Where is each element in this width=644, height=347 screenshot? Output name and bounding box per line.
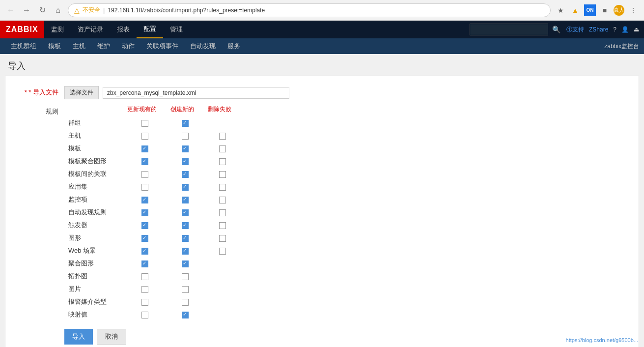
subnav-hosts[interactable]: 主机 [67, 38, 91, 54]
update-checkbox-11[interactable] [141, 260, 148, 267]
delete-cell-13 [204, 283, 241, 295]
user-icon[interactable]: 👤 [621, 26, 629, 33]
create-checkbox-15[interactable] [182, 312, 189, 318]
help-icon[interactable]: ? [613, 26, 616, 33]
col-header-update: 更新现有的 [123, 104, 167, 116]
update-checkbox-4[interactable] [141, 171, 148, 178]
create-checkbox-8[interactable] [182, 222, 189, 229]
update-checkbox-9[interactable] [141, 235, 148, 242]
create-checkbox-0[interactable] [182, 120, 189, 127]
menu-button[interactable]: ⋮ [627, 4, 639, 16]
col-header-create: 创建新的 [167, 104, 204, 116]
bookmark-button[interactable]: ★ [555, 4, 566, 16]
address-bar[interactable]: △ 不安全 | 192.168.1.10/zabbix/conf.import.… [68, 3, 551, 17]
update-checkbox-8[interactable] [141, 222, 148, 229]
support-link[interactable]: ①支持 [566, 26, 584, 34]
create-checkbox-9[interactable] [182, 235, 189, 242]
create-checkbox-5[interactable] [182, 184, 189, 191]
cancel-button[interactable]: 取消 [97, 329, 126, 345]
create-checkbox-10[interactable] [182, 248, 189, 255]
subnav-correvents[interactable]: 关联项事件 [140, 38, 184, 54]
table-row: 监控项 [64, 193, 241, 206]
create-checkbox-12[interactable] [182, 273, 189, 280]
forward-button[interactable]: → [21, 4, 32, 16]
import-button[interactable]: 导入 [64, 329, 93, 345]
row-label-9: 图形 [64, 231, 123, 244]
create-checkbox-4[interactable] [182, 171, 189, 178]
create-checkbox-3[interactable] [182, 158, 189, 165]
extension-icon-2[interactable]: ON [584, 4, 596, 16]
delete-checkbox-2[interactable] [219, 145, 226, 152]
update-checkbox-13[interactable] [141, 286, 148, 293]
profile-button[interactable]: 真人 [614, 5, 624, 16]
extension-icon-1[interactable]: ▲ [569, 4, 581, 16]
delete-checkbox-7[interactable] [219, 209, 226, 216]
create-checkbox-11[interactable] [182, 260, 189, 267]
update-checkbox-2[interactable] [141, 145, 148, 152]
subnav-maintenance[interactable]: 维护 [91, 38, 116, 54]
import-file-value: 选择文件 zbx_percona_mysql_template.xml [64, 86, 629, 99]
row-label-7: 自动发现规则 [64, 206, 123, 219]
nav-item-reports[interactable]: 报表 [110, 21, 137, 38]
subnav-discovery[interactable]: 自动发现 [184, 38, 222, 54]
subnav-services[interactable]: 服务 [222, 38, 246, 54]
footer-note: https://blog.csdn.net/g9500b... [566, 337, 638, 343]
nav-item-assets[interactable]: 资产记录 [71, 21, 110, 38]
create-checkbox-6[interactable] [182, 197, 189, 203]
update-cell-0 [123, 116, 167, 129]
delete-cell-11 [204, 257, 241, 270]
update-cell-15 [123, 308, 167, 321]
update-cell-12 [123, 270, 167, 283]
update-checkbox-5[interactable] [141, 184, 148, 191]
delete-checkbox-5[interactable] [219, 184, 226, 191]
power-icon[interactable]: ⏏ [634, 26, 639, 33]
subnav-templates[interactable]: 模板 [42, 38, 67, 54]
create-checkbox-1[interactable] [182, 133, 189, 140]
extensions-button[interactable]: ■ [599, 4, 611, 16]
update-checkbox-0[interactable] [141, 120, 148, 127]
create-checkbox-14[interactable] [182, 299, 189, 306]
subnav: 主机群组 模板 主机 维护 动作 关联项事件 自动发现 服务 zabbix监控台 [0, 38, 644, 54]
share-link[interactable]: ZShare [589, 26, 608, 33]
nav-item-admin[interactable]: 管理 [163, 21, 190, 38]
delete-checkbox-6[interactable] [219, 197, 226, 203]
update-checkbox-10[interactable] [141, 248, 148, 255]
file-input-group: 选择文件 zbx_percona_mysql_template.xml [64, 86, 629, 99]
browser-actions: ★ ▲ ON ■ 真人 ⋮ [555, 4, 639, 16]
delete-checkbox-8[interactable] [219, 222, 226, 229]
search-input[interactable] [470, 24, 548, 35]
create-checkbox-13[interactable] [182, 286, 189, 293]
update-cell-5 [123, 180, 167, 193]
search-icon[interactable]: 🔍 [552, 26, 560, 33]
update-checkbox-15[interactable] [141, 312, 148, 318]
update-checkbox-1[interactable] [141, 133, 148, 140]
update-checkbox-6[interactable] [141, 197, 148, 203]
reload-button[interactable]: ↻ [36, 4, 48, 16]
update-checkbox-3[interactable] [141, 158, 148, 165]
delete-checkbox-4[interactable] [219, 171, 226, 178]
zabbix-logo: ZABBIX [0, 21, 44, 38]
nav-item-config[interactable]: 配置 [137, 21, 163, 38]
create-cell-9 [167, 231, 204, 244]
delete-checkbox-1[interactable] [219, 133, 226, 140]
row-label-12: 拓扑图 [64, 270, 123, 283]
create-cell-8 [167, 219, 204, 231]
create-checkbox-7[interactable] [182, 209, 189, 216]
delete-cell-10 [204, 244, 241, 257]
subnav-actions[interactable]: 动作 [116, 38, 140, 54]
update-checkbox-14[interactable] [141, 299, 148, 306]
delete-checkbox-10[interactable] [219, 248, 226, 255]
update-checkbox-7[interactable] [141, 209, 148, 216]
nav-item-monitor[interactable]: 监测 [44, 21, 71, 38]
delete-cell-4 [204, 168, 241, 180]
create-checkbox-2[interactable] [182, 145, 189, 152]
update-checkbox-12[interactable] [141, 273, 148, 280]
home-button[interactable]: ⌂ [52, 4, 64, 16]
back-button[interactable]: ← [5, 4, 17, 16]
subnav-hostgroups[interactable]: 主机群组 [5, 38, 42, 54]
choose-file-button[interactable]: 选择文件 [64, 86, 99, 99]
delete-checkbox-3[interactable] [219, 158, 226, 165]
main-nav: 监测 资产记录 报表 配置 管理 [44, 21, 470, 38]
delete-checkbox-9[interactable] [219, 235, 226, 242]
file-name-display: zbx_percona_mysql_template.xml [103, 87, 289, 99]
